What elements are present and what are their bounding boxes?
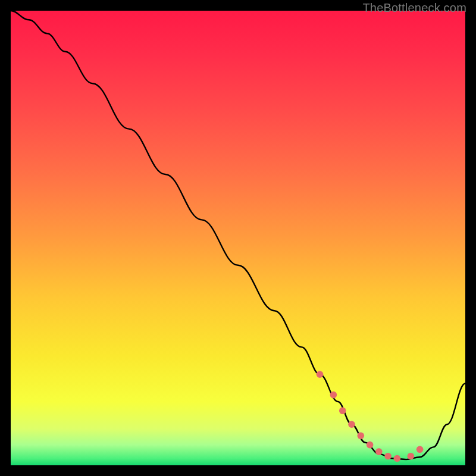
valley-marker	[416, 446, 424, 453]
valley-marker	[358, 433, 365, 440]
valley-marker	[367, 441, 374, 449]
bottleneck-chart	[11, 11, 465, 465]
valley-marker	[317, 371, 324, 378]
valley-marker	[408, 453, 415, 460]
valley-marker	[375, 448, 383, 455]
valley-marker	[394, 455, 401, 462]
valley-marker	[339, 408, 346, 415]
watermark-text: TheBottleneck.com	[362, 1, 466, 15]
gradient-background	[11, 11, 465, 465]
valley-marker	[330, 392, 337, 399]
chart-frame	[11, 11, 465, 465]
valley-marker	[384, 453, 392, 460]
valley-marker	[348, 421, 355, 428]
